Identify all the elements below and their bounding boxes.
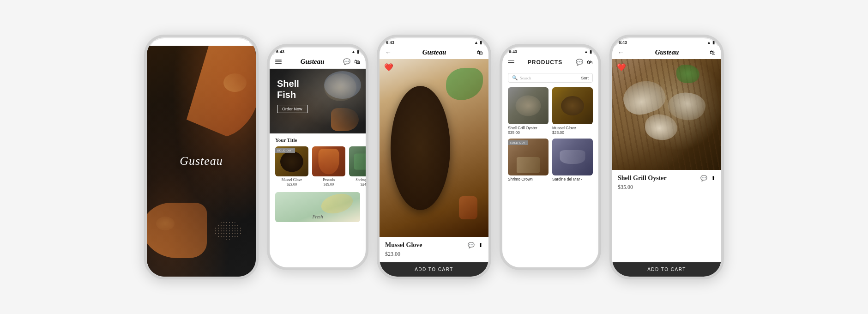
phones-container: 9:41 ▲ ▮ Gusteau (135, 25, 733, 289)
sold-out-badge-mussel: SOLD OUT (275, 148, 295, 153)
detail2-name-row: Shell Grill Oyster 💬 ⬆ (618, 175, 716, 182)
hero-title: ShellFish (277, 78, 307, 100)
back-icon-5[interactable]: ← (618, 49, 624, 56)
home-nav-icons: 💬 🛍 (343, 58, 360, 66)
status-icons-3: ▲ ▮ (474, 40, 482, 45)
products-nav-icons: 💬 🛍 (576, 59, 593, 66)
home-nav: Gusteau 💬 🛍 (270, 55, 366, 69)
chat-icon[interactable]: 💬 (343, 58, 350, 66)
status-bar-1: 9:41 ▲ ▮ (147, 37, 256, 46)
add-to-cart-btn-5[interactable]: ADD TO CART (612, 262, 721, 277)
home-hero-banner: ShellFish Order Now (270, 69, 366, 133)
menu-icon-4[interactable] (508, 60, 514, 65)
status-time-1: 9:41 (153, 40, 162, 45)
wifi-icon-4: ▲ (584, 49, 588, 54)
detail-product-name: Mussel Glove (385, 242, 422, 249)
detail2-product-price: $35.00 (618, 184, 716, 191)
home-content: Gusteau 💬 🛍 ShellFish Order Now Your Tit… (270, 55, 366, 267)
search-input[interactable]: Search (520, 76, 579, 80)
detail-action-icons: 💬 ⬆ (468, 242, 483, 249)
banner2-label: Fresh (313, 214, 323, 219)
status-time-3: 6:43 (386, 40, 394, 45)
cart-icon-5[interactable]: 🛍 (710, 49, 716, 56)
detail2-logo: Gusteau (655, 48, 679, 56)
grid-product-oyster[interactable]: Shell Grill Oyster $35.00 (508, 87, 549, 135)
detail2-hero-image: ❤️ (612, 59, 721, 170)
section-title: Your Title (270, 133, 366, 145)
spice-decoration (459, 196, 477, 219)
grid-name-shrimp-crown: Shrimo Crown (508, 177, 549, 181)
cart-icon-4[interactable]: 🛍 (587, 59, 593, 66)
herb-deco-5 (676, 65, 699, 83)
status-bar-3: 6:43 ▲ ▮ (380, 37, 488, 46)
heart-icon-5[interactable]: ❤️ (617, 63, 626, 72)
h-line-4-3 (508, 64, 514, 65)
battery-icon-5: ▮ (712, 40, 715, 45)
signal-bar-3 (237, 41, 238, 45)
splash-deco-1 (223, 73, 247, 92)
chat-icon-5[interactable]: 💬 (700, 175, 707, 182)
product-name-mussel: Mussel Glove (275, 178, 308, 182)
chat-icon-4[interactable]: 💬 (576, 59, 583, 66)
detail2-content: ← Gusteau 🛍 ❤️ (612, 46, 721, 277)
product-name-shrimp: Shrimp Crow (349, 178, 366, 182)
products-page-title: PRODUCTS (528, 59, 562, 66)
splash-shrimp2-decoration (147, 203, 207, 258)
heart-icon[interactable]: ❤️ (384, 63, 393, 72)
sort-button[interactable]: Sort (581, 76, 589, 80)
shrimp-deco (319, 149, 339, 174)
grid-product-sardine[interactable]: Sardine del Mar - (552, 139, 593, 181)
detail2-info: Shell Grill Oyster 💬 ⬆ $35.00 (612, 170, 721, 262)
fish-deco (354, 153, 366, 169)
share-icon[interactable]: 💬 (468, 242, 475, 249)
detail-nav: ← Gusteau 🛍 (380, 46, 488, 59)
grid-product-mussel[interactable]: Mussel Glove $23.00 (552, 87, 593, 135)
export-icon[interactable]: ⬆ (478, 242, 483, 249)
menu-icon[interactable] (275, 60, 282, 64)
grid-price-oyster: $35.00 (508, 130, 549, 135)
grid-product-shrimp-crown[interactable]: SOLD OUT Shrimo Crown (508, 139, 549, 181)
detail-info: Mussel Glove 💬 ⬆ $23.00 (380, 237, 488, 262)
product-card-shrimp[interactable]: Shrimp Crow $24.00 (349, 146, 366, 187)
share-icon-5[interactable]: ⬆ (711, 175, 716, 182)
splash-content: Gusteau (147, 46, 256, 277)
signal-bars (233, 40, 240, 45)
bowl-deco (280, 151, 303, 172)
add-to-cart-btn-3[interactable]: ADD TO CART (380, 262, 488, 277)
detail-name-row: Mussel Glove 💬 ⬆ (385, 242, 483, 249)
product-img-shrimp (349, 146, 366, 176)
search-bar[interactable]: 🔍 Search Sort (508, 73, 593, 83)
search-icon: 🔍 (512, 75, 518, 80)
back-icon[interactable]: ← (385, 49, 392, 56)
detail2-nav: ← Gusteau 🛍 (612, 46, 721, 59)
grid-img-mussel (552, 87, 593, 124)
h-line-1 (275, 60, 282, 60)
hero-order-btn[interactable]: Order Now (277, 105, 307, 113)
status-time-4: 6:43 (509, 49, 517, 54)
sold-out-badge-grid: SOLD OUT (508, 140, 528, 145)
signal-bar-1 (233, 43, 235, 45)
product-img-mussel: SOLD OUT (275, 146, 308, 176)
status-time-2: 6:43 (276, 49, 284, 54)
phone-4-products: 6:43 ▲ ▮ PRODUCTS 💬 🛍 (500, 44, 601, 270)
product-price-mussel: $23.00 (275, 182, 308, 187)
detail-content: ← Gusteau 🛍 ❤️ Mussel Glove (380, 46, 488, 277)
product-price-pescado: $19.00 (312, 182, 345, 187)
cart-icon-detail[interactable]: 🛍 (477, 49, 483, 56)
detail-logo: Gusteau (422, 48, 446, 56)
wifi-icon-3: ▲ (474, 40, 478, 45)
phone-2-home: 6:43 ▲ ▮ Gusteau 💬 🛍 (267, 44, 368, 270)
battery-icon: ▮ (247, 40, 249, 45)
cart-icon[interactable]: 🛍 (354, 58, 360, 66)
battery-icon-4: ▮ (590, 49, 592, 54)
status-icons-1: ▲ ▮ (233, 40, 249, 45)
clam-deco (517, 157, 540, 173)
detail2-product-name: Shell Grill Oyster (618, 175, 667, 182)
hero-shrimp-decoration (331, 108, 359, 131)
product-card-mussel[interactable]: SOLD OUT Mussel Glove $23.00 (275, 146, 308, 187)
detail2-action-icons: 💬 ⬆ (700, 175, 716, 182)
product-card-pescado[interactable]: Pescado $19.00 (312, 146, 345, 187)
phone-3-detail: 6:43 ▲ ▮ ← Gusteau 🛍 (377, 35, 491, 279)
detail-product-price: $23.00 (385, 251, 483, 258)
grid-img-oyster (508, 87, 549, 124)
